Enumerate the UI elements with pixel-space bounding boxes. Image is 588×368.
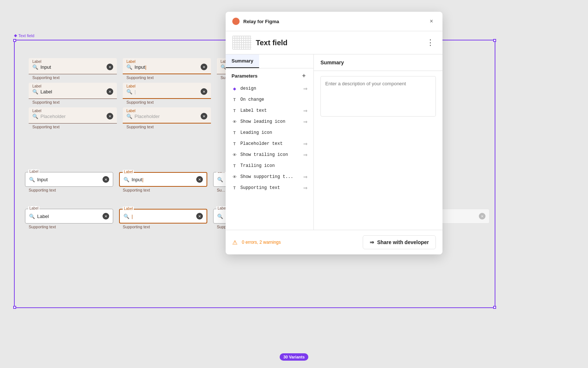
clear-btn-out-5[interactable]: ✕ [196, 213, 203, 219]
more-options-button[interactable]: ⋮ [425, 36, 436, 49]
support-out-1: Supporting text [25, 188, 113, 192]
search-icon-7: 🔍 [126, 114, 132, 119]
share-label: Share with developer [377, 239, 429, 245]
param-labeltext[interactable]: T Label text ⇒ [226, 105, 313, 116]
param-label-labeltext: Label text [240, 108, 300, 113]
param-onchange[interactable]: T On change [226, 94, 313, 105]
arrow-icon-labeltext: ⇒ [303, 108, 308, 114]
panel-header: Relay for Figma × [226, 12, 442, 31]
field-filled-5: Label 🔍 | ✕ [123, 83, 211, 99]
search-icon-out-5: 🔍 [123, 214, 129, 219]
support-text-6: Supporting text [29, 125, 117, 129]
field-out-1: Label 🔍 Input ✕ [25, 172, 113, 187]
component-info-row: Text field ⋮ [226, 31, 442, 54]
text-icon-placeholder: T [232, 141, 237, 147]
field-wrapper-out-1: Label 🔍 Input ✕ [25, 172, 113, 187]
param-label-showtrailing: Show trailing icon [240, 152, 300, 157]
field-row-2: 🔍 Input ✕ [126, 64, 207, 70]
description-textarea[interactable] [320, 76, 436, 117]
arrow-icon-supportingtext: ⇒ [303, 185, 308, 191]
clear-btn-2[interactable]: ✕ [201, 64, 207, 70]
canvas: ◆ Text field Label 🔍 Input ✕ Supporting … [0, 0, 588, 368]
clear-btn-out-8: ✕ [479, 213, 485, 219]
param-trailingicon[interactable]: T Trailing icon [226, 160, 313, 171]
clear-btn-4[interactable]: ✕ [107, 88, 113, 95]
field-value-4: Label [40, 89, 104, 94]
variant-6: Label 🔍 Placeholder ✕ Supporting text [29, 107, 117, 129]
field-filled-1: Label 🔍 Input ✕ [29, 58, 117, 74]
arrow-icon-showleading: ⇒ [303, 119, 308, 125]
float-label-out-4: Label [28, 206, 39, 210]
support-text-4: Supporting text [29, 100, 117, 104]
clear-btn-6[interactable]: ✕ [107, 113, 113, 119]
field-row-5: 🔍 | ✕ [126, 88, 207, 95]
field-value-out-1: Input [37, 177, 100, 182]
field-wrapper-out-4: Label 🔍 Label ✕ [25, 209, 113, 224]
close-button[interactable]: × [427, 17, 436, 26]
clear-btn-out-2[interactable]: ✕ [196, 176, 203, 183]
search-icon-out-2: 🔍 [123, 177, 129, 182]
frame-corner-bl[interactable] [13, 306, 16, 309]
tabs-container: Summary [226, 54, 313, 68]
field-value-1: Input [40, 64, 104, 70]
clear-btn-5[interactable]: ✕ [201, 88, 207, 95]
text-icon-trailingicon: T [232, 163, 237, 169]
param-leadingicon[interactable]: T Leading icon [226, 127, 313, 138]
panel-content: Summary Parameters + ◆ design ⇒ T On cha… [226, 54, 442, 230]
support-text-2: Supporting text [123, 75, 211, 80]
right-panel-content [314, 71, 442, 230]
field-row-7: 🔍 Placeholder ✕ [126, 113, 207, 119]
field-out-4: Label 🔍 Label ✕ [25, 209, 113, 224]
param-design[interactable]: ◆ design ⇒ [226, 83, 313, 94]
frame-corner-tl[interactable] [13, 39, 16, 42]
variant-out-2: Label 🔍 Input ✕ Supporting text [119, 172, 207, 192]
search-icon-4: 🔍 [32, 89, 38, 94]
support-text-5: Supporting text [123, 100, 211, 104]
field-value-2: Input [135, 64, 198, 70]
field-filled-2: Label 🔍 Input ✕ [123, 58, 211, 74]
param-supportingtext[interactable]: T Supporting text ⇒ [226, 182, 313, 193]
field-label-1: Label [32, 60, 113, 64]
search-icon-6: 🔍 [32, 114, 38, 119]
arrow-icon-showtrailing: ⇒ [303, 152, 308, 158]
support-text-7: Supporting text [123, 125, 211, 129]
frame-corner-br[interactable] [493, 306, 496, 309]
float-label-out-5: Label [123, 207, 134, 211]
param-showtrailing[interactable]: 👁 Show trailing icon ⇒ [226, 149, 313, 160]
param-showsupporting[interactable]: 👁 Show supporting t... ⇒ [226, 171, 313, 182]
right-summary-panel: Summary [314, 54, 442, 230]
tab-summary[interactable]: Summary [226, 54, 259, 68]
support-out-2: Supporting text [119, 188, 207, 192]
search-icon-5: 🔍 [126, 89, 132, 94]
param-label-leadingicon: Leading icon [240, 130, 308, 135]
param-label-onchange: On change [240, 97, 308, 102]
field-row-4: 🔍 Label ✕ [32, 88, 113, 95]
text-icon-labeltext: T [232, 108, 237, 114]
param-placeholder[interactable]: T Placeholder text ⇒ [226, 138, 313, 149]
search-icon-1: 🔍 [32, 64, 38, 70]
field-label-6: Label [32, 109, 113, 113]
support-out-4: Supporting text [25, 225, 113, 229]
add-param-button[interactable]: + [300, 72, 308, 79]
field-label-5: Label [126, 84, 207, 88]
relay-logo [232, 18, 240, 25]
frame-corner-icon: ◆ [14, 33, 17, 38]
eye-icon-showsupporting: 👁 [232, 174, 237, 180]
param-showleading[interactable]: 👁 Show leading icon ⇒ [226, 116, 313, 127]
params-header: Parameters + [226, 68, 313, 83]
clear-btn-7[interactable]: ✕ [201, 113, 207, 119]
clear-btn-1[interactable]: ✕ [107, 64, 113, 70]
clear-btn-out-1[interactable]: ✕ [103, 176, 109, 183]
field-out-2: Label 🔍 Input ✕ [119, 172, 207, 187]
field-value-5: | [135, 89, 198, 94]
panel-footer: ⚠ 0 errors, 2 warnings ⇒ Share with deve… [226, 230, 442, 254]
clear-btn-out-4[interactable]: ✕ [103, 213, 109, 219]
variant-2: Label 🔍 Input ✕ Supporting text [123, 58, 211, 80]
share-button[interactable]: ⇒ Share with developer [363, 235, 436, 249]
frame-corner-tr[interactable] [493, 39, 496, 42]
variant-5: Label 🔍 | ✕ Supporting text [123, 83, 211, 104]
search-icon-2: 🔍 [126, 64, 132, 70]
field-label-4: Label [32, 84, 113, 88]
search-icon-out-1: 🔍 [29, 177, 35, 182]
arrow-icon-placeholder: ⇒ [303, 141, 308, 147]
